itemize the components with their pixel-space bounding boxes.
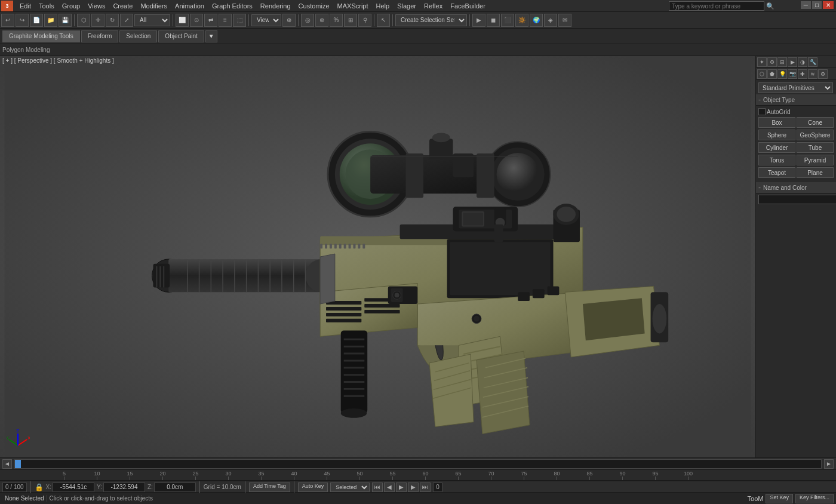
menu-modifiers[interactable]: Modifiers [137, 2, 171, 10]
rp-geometry-icon[interactable]: ⬡ [757, 69, 767, 79]
percent-icon[interactable]: % [330, 14, 343, 27]
redo-icon[interactable]: ↪ [16, 14, 29, 27]
spinner-icon[interactable]: ⊚ [315, 14, 328, 27]
cone-button[interactable]: Cone [797, 117, 834, 128]
rp-lights-icon[interactable]: 💡 [777, 69, 787, 79]
align-icon[interactable]: ≡ [219, 14, 232, 27]
next-frame-btn[interactable]: ▶ [408, 483, 419, 492]
grid-icon[interactable]: ⊞ [344, 14, 357, 27]
menu-group[interactable]: Group [59, 2, 84, 10]
torus-button[interactable]: Torus [758, 155, 795, 165]
menu-graph-editors[interactable]: Graph Editors [208, 2, 256, 10]
search-input[interactable] [669, 1, 764, 11]
environment-icon[interactable]: 🌍 [530, 14, 543, 27]
cursor-icon[interactable]: ↖ [377, 14, 390, 27]
sphere-button[interactable]: Sphere [758, 130, 795, 140]
time-slider-handle[interactable] [15, 460, 21, 468]
add-time-tag-btn[interactable]: Add Time Tag [249, 483, 290, 492]
minimize-button[interactable]: ─ [801, 1, 811, 9]
goto-end-btn[interactable]: ⏭ [420, 483, 431, 492]
menu-slager[interactable]: Slager [394, 2, 420, 10]
tab-graphite-modeling[interactable]: Graphite Modeling Tools [2, 30, 80, 42]
teapot-button[interactable]: Teapot [758, 167, 795, 178]
key-filters-button[interactable]: Key Filters... [795, 494, 834, 503]
rp-motion-icon[interactable]: ▶ [788, 57, 797, 67]
pyramid-button[interactable]: Pyramid [797, 155, 834, 165]
key-mode-dropdown[interactable]: Selected [330, 483, 370, 492]
undo-icon[interactable]: ↩ [1, 14, 14, 27]
magnet-icon[interactable]: ⚲ [358, 14, 371, 27]
z-value-input[interactable] [154, 483, 196, 492]
menu-views[interactable]: Views [84, 2, 109, 10]
angle-snap-icon[interactable]: ◎ [301, 14, 314, 27]
menu-maxscript[interactable]: MAXScript [334, 2, 372, 10]
y-value-input[interactable] [103, 483, 145, 492]
rp-modify-icon[interactable]: ⚙ [767, 57, 777, 67]
select-region-icon[interactable]: ⬜ [176, 14, 189, 27]
mirror-icon[interactable]: ⇄ [204, 14, 217, 27]
object-name-input[interactable] [758, 195, 836, 204]
box-button[interactable]: Box [758, 117, 795, 128]
maximize-button[interactable]: □ [812, 1, 822, 9]
render-setup-icon[interactable]: ▶ [472, 14, 485, 27]
menu-help[interactable]: Help [373, 2, 394, 10]
open-icon[interactable]: 📁 [44, 14, 57, 27]
close-button[interactable]: ✕ [823, 1, 834, 9]
save-icon[interactable]: 💾 [59, 14, 72, 27]
menu-reflex[interactable]: Reflex [420, 2, 446, 10]
rp-systems-icon[interactable]: ⚙ [818, 69, 828, 79]
x-value-input[interactable] [53, 483, 94, 492]
rotate-icon[interactable]: ↻ [106, 14, 119, 27]
menu-edit[interactable]: Edit [16, 2, 35, 10]
activeshade-icon[interactable]: 🔆 [515, 14, 528, 27]
rp-display-icon[interactable]: ◑ [798, 57, 807, 67]
rp-spacewarps-icon[interactable]: ≋ [808, 69, 817, 79]
tab-selection[interactable]: Selection [119, 30, 157, 42]
menu-animation[interactable]: Animation [171, 2, 208, 10]
menu-create[interactable]: Create [109, 2, 136, 10]
tab-object-paint[interactable]: Object Paint [158, 30, 204, 42]
play-btn[interactable]: ▶ [396, 483, 407, 492]
tube-button[interactable]: Tube [797, 142, 834, 153]
tab-freeform[interactable]: Freeform [81, 30, 119, 42]
rp-helpers-icon[interactable]: ✚ [798, 69, 807, 79]
menu-rendering[interactable]: Rendering [257, 2, 294, 10]
select-icon[interactable]: ⬡ [77, 14, 90, 27]
rp-cameras-icon[interactable]: 📷 [788, 69, 797, 79]
object-type-collapse[interactable]: - [758, 96, 761, 104]
menu-facebuilder[interactable]: FaceBuilder [447, 2, 489, 10]
transform-icon[interactable]: ⊕ [282, 14, 296, 27]
plane-button[interactable]: Plane [797, 167, 834, 178]
select-lasso-icon[interactable]: ⊙ [190, 14, 203, 27]
view-dropdown[interactable]: View [251, 14, 281, 26]
new-scene-icon[interactable]: 📄 [30, 14, 43, 27]
prev-frame-btn[interactable]: ◀ [384, 483, 395, 492]
render-message-icon[interactable]: ✉ [558, 14, 571, 27]
timeline-forward-btn[interactable]: ► [824, 459, 834, 469]
scale-icon[interactable]: ⤢ [120, 14, 133, 27]
time-slider[interactable] [14, 459, 822, 469]
material-editor-icon[interactable]: ◈ [544, 14, 557, 27]
create-selection-dropdown[interactable]: Create Selection Set [395, 14, 467, 26]
timeline-back-btn[interactable]: ◄ [2, 459, 12, 469]
goto-start-btn[interactable]: ⏮ [372, 483, 383, 492]
rp-create-icon[interactable]: ✦ [757, 57, 767, 67]
render-frame-icon[interactable]: ⬛ [501, 14, 514, 27]
auto-key-btn[interactable]: Auto Key [298, 483, 328, 492]
set-key-button[interactable]: Set Key [766, 494, 793, 503]
layer-icon[interactable]: ⬚ [233, 14, 246, 27]
name-color-collapse[interactable]: - [758, 183, 761, 192]
primitive-type-dropdown[interactable]: Standard Primitives Extended Primitives … [758, 82, 833, 93]
viewport-3d[interactable]: X Y Z [0, 56, 755, 457]
geosphere-button[interactable]: GeoSphere [797, 130, 834, 140]
render-icon[interactable]: ◼ [487, 14, 500, 27]
autogrid-checkbox[interactable] [758, 108, 766, 115]
cylinder-button[interactable]: Cylinder [758, 142, 795, 153]
menu-customize[interactable]: Customize [295, 2, 333, 10]
menu-tools[interactable]: Tools [35, 2, 58, 10]
viewport[interactable]: [ + ] [ Perspective ] [ Smooth + Highlig… [0, 56, 755, 457]
rp-hierarchy-icon[interactable]: ⊟ [777, 57, 787, 67]
selection-filter-dropdown[interactable]: All [134, 14, 170, 26]
move-icon[interactable]: ✛ [91, 14, 105, 27]
lock-icon[interactable]: 🔒 [35, 483, 44, 491]
